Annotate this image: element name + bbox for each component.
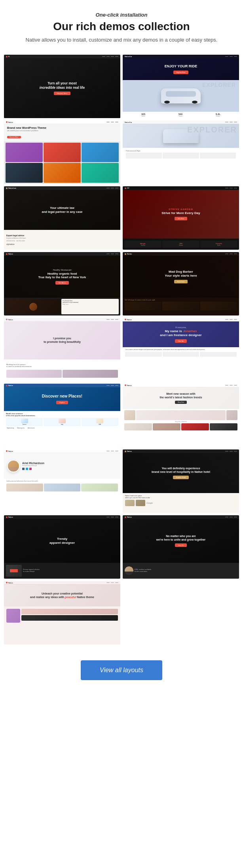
page-title: Our rich demos collection: [8, 20, 235, 33]
card11-dest2: Italy: [44, 418, 80, 426]
card7-img1: [6, 299, 61, 314]
card14-sig: Google: [146, 502, 153, 504]
card3-cta: Discover More: [7, 136, 21, 138]
card3-logo: Native: [8, 121, 13, 123]
demo-card-native-creative[interactable]: Native Unleash your creative potentialan…: [4, 581, 120, 644]
card6-cta: Join Now: [175, 217, 187, 220]
card17-img2: [21, 615, 118, 621]
card8-img1: [125, 302, 161, 310]
card13-social2: [26, 468, 28, 470]
card6-feat2: TRX Classes: [162, 241, 199, 248]
card3-title: Brand new WordPress Theme: [7, 126, 117, 129]
card13-content: Latest posts and adventures from around …: [6, 480, 118, 482]
demos-grid: N Turn all your mostincredible ideas int…: [0, 51, 243, 648]
card12-cta: Shop Now: [175, 401, 187, 404]
card11-feat3: Adventures: [28, 427, 35, 429]
view-all-button[interactable]: View all layouts: [81, 660, 162, 680]
demo-card-fitness[interactable]: FIT STRIVE HARDER Strive for More Every …: [123, 186, 239, 250]
demo-card-food[interactable]: Native Healthy Restaurant Healthy organi…: [4, 252, 120, 315]
card3-img4: [6, 163, 43, 183]
card6-eyebrow: STRIVE HARDER: [169, 208, 193, 210]
card17-title: Unleash your creative potentialand reali…: [30, 592, 94, 599]
card11-sub: World's best solutionsof the most popula…: [6, 413, 118, 417]
card8-cta: Book Now: [174, 280, 188, 283]
demo-card-apparel[interactable]: Native Trendyapparel designer Premium ap…: [4, 515, 120, 579]
card4-logo: NativeCar: [125, 121, 132, 123]
card7-title: Healthy organic foodTrue Italy to the he…: [38, 272, 86, 279]
card14-sub: Native hotel is the placewhere you can f…: [125, 495, 237, 499]
card14-title: You will definitely experiencebrand new …: [152, 467, 210, 474]
page-header: One-click installation Our rich demos co…: [0, 0, 243, 51]
card11-dest1: Greece: [6, 418, 43, 426]
card8-img2: [162, 302, 199, 310]
card17-img1: [21, 609, 118, 614]
demo-card-car[interactable]: NativeCar ENJOY YOUR RIDE Explore Now EX…: [123, 55, 239, 118]
card4-sub: Performance & Style: [126, 150, 236, 152]
card6-logo: FIT: [127, 187, 129, 189]
card7-subtitle: Healthy Restaurant: [53, 269, 71, 271]
card2-cta: Explore Now: [173, 71, 189, 74]
card6-feat3: CrossFit Studio: [200, 241, 237, 248]
card13-post1: [6, 484, 43, 491]
card8-title: Mad Dog BarberYour style starts here: [165, 270, 197, 278]
card11-title: Discover new Places!: [42, 394, 82, 399]
demo-card-ariel[interactable]: Native Ariel Richardson Personal blog & …: [4, 449, 120, 513]
demo-card-community[interactable]: Native No matter who you arewe're here t…: [123, 515, 239, 579]
demo-card-lifestyle[interactable]: Native I promise youto promote living be…: [4, 318, 120, 381]
card6-feat1: Weight Training: [124, 241, 161, 248]
card5-sub-title: Expert legal advice: [6, 234, 118, 237]
subtitle: One-click installation: [8, 12, 235, 18]
card13-avatar: [7, 460, 20, 472]
button-suffix: layouts: [122, 667, 143, 673]
card12-cloth4: [210, 423, 237, 430]
card11-cta: Explore: [56, 401, 68, 404]
card16-avatar1: [125, 566, 133, 575]
card10-bio: I am creative website designer and passi…: [125, 349, 237, 351]
card17-shape1: [6, 609, 20, 623]
card12-cloth3: [181, 423, 209, 430]
page-description: Native allows you to install, customize …: [8, 37, 235, 43]
demo-card-law[interactable]: NativeLaw Your ultimate lawand legal par…: [4, 186, 120, 250]
card5-sig: signature: [6, 243, 118, 245]
card5-title: Your ultimate lawand legal partner in an…: [42, 206, 83, 214]
card12-sub: Shop the collection: [124, 421, 237, 423]
demo-card-fashion[interactable]: Native Meet new season withthe world's l…: [123, 384, 239, 447]
subtitle-click: One-click: [96, 12, 119, 18]
card3-img1: [6, 143, 43, 163]
card12-cloth1: [124, 423, 152, 430]
card7-logo: Native: [8, 253, 13, 255]
demo-card-hotel[interactable]: Native You will definitely experiencebra…: [123, 449, 239, 513]
demo-card-wordpress[interactable]: Native Brand new WordPress Theme with sa…: [4, 120, 120, 184]
card15-img1: [6, 565, 22, 577]
demo-card-explorer[interactable]: NativeCar EXPLORER Performance & Style: [123, 120, 239, 184]
demo-card-agency[interactable]: N Turn all your mostincredible ideas int…: [4, 55, 120, 118]
card14-img2: [136, 500, 145, 506]
card15-logo: Native: [8, 516, 13, 518]
card10-cta: Hire Me: [175, 339, 187, 343]
footer-area: View all layouts: [0, 648, 243, 696]
card10-title: My name is Jonathanand I am freelance de…: [160, 329, 201, 337]
card13-name: Ariel Richardson: [22, 462, 44, 465]
demo-card-barber[interactable]: Barber Mad Dog BarberYour style starts h…: [123, 252, 239, 315]
demo-card-travel[interactable]: Native Discover new Places! Explore Worl…: [4, 384, 120, 447]
card16-logo: Native: [127, 516, 132, 518]
card3-sub: with satisfied power and customization p…: [7, 130, 117, 132]
card7-cta: Our Menu: [55, 281, 69, 285]
card16-cta: Join Us: [175, 543, 186, 547]
card5-phone1: 200-929-0161: [6, 240, 15, 242]
card5-logo: NativeLaw: [8, 187, 16, 189]
card14-cta: Explore Hotel: [173, 476, 189, 479]
card7-blog: I'm Jessica from,welcome to my restauran…: [61, 299, 119, 314]
card5-phone2: 200-962-0496: [16, 240, 25, 242]
card13-post3: [81, 484, 118, 491]
card16-title: No matter who you arewe're here to unite…: [156, 535, 206, 542]
card15-desc: Premium apparel collectionfor modern lif…: [23, 569, 118, 573]
card2-title: ENJOY YOUR RIDE: [165, 64, 197, 69]
car-shape: [161, 88, 201, 103]
card1-logo: N: [8, 55, 9, 57]
demo-card-freelance[interactable]: Native Hi everyone, My name is Jonathana…: [123, 318, 239, 381]
card10-skill1: [125, 352, 162, 357]
card12-prod3: [226, 410, 237, 420]
card9-title: I promise youto promote living beautiful…: [44, 337, 81, 344]
card3-img6: [82, 163, 119, 183]
